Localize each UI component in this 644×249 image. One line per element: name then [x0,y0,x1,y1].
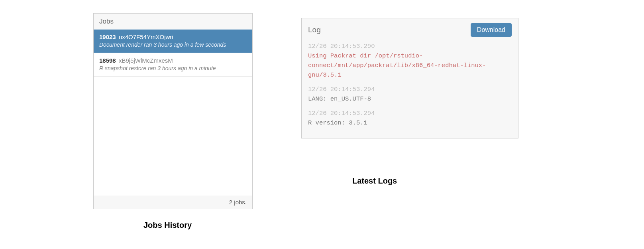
log-timestamp: 12/26 20:14:53.294 [308,109,512,118]
job-id: 19023 [99,34,116,40]
jobs-list: 19023 ux4O7F54YmXOjwri Document render r… [94,30,252,196]
jobs-caption: Jobs History [143,221,192,230]
job-hash: ux4O7F54YmXOjwri [119,34,173,40]
job-subtitle: Document render ran 3 hours ago in a few… [99,42,247,48]
log-header: Log Download [308,23,512,37]
log-body: 12/26 20:14:53.290 Using Packrat dir /op… [308,42,512,128]
job-subtitle: R snapshot restore ran 3 hours ago in a … [99,65,247,71]
log-panel: Log Download 12/26 20:14:53.290 Using Pa… [301,18,518,138]
log-timestamp: 12/26 20:14:53.290 [308,42,512,51]
jobs-panel: Jobs 19023 ux4O7F54YmXOjwri Document ren… [93,13,253,209]
job-id: 18598 [99,57,116,64]
log-entry: 12/26 20:14:53.294 R version: 3.5.1 [308,109,512,128]
download-button[interactable]: Download [471,23,512,37]
jobs-footer: 2 jobs. [94,196,252,209]
log-entry: 12/26 20:14:53.290 Using Packrat dir /op… [308,42,512,80]
job-hash: xB9j5jWlMcZmxesM [119,57,173,64]
log-message: R version: 3.5.1 [308,118,512,128]
job-title: 19023 ux4O7F54YmXOjwri [99,34,247,40]
log-message: LANG: en_US.UTF-8 [308,94,512,104]
log-entry: 12/26 20:14:53.294 LANG: en_US.UTF-8 [308,85,512,104]
logs-caption: Latest Logs [352,176,397,186]
log-panel-title: Log [308,26,321,34]
jobs-panel-title: Jobs [94,14,252,30]
job-item[interactable]: 18598 xB9j5jWlMcZmxesM R snapshot restor… [94,53,252,77]
log-timestamp: 12/26 20:14:53.294 [308,85,512,94]
log-message: Using Packrat dir /opt/rstudio-connect/m… [308,51,512,80]
job-item[interactable]: 19023 ux4O7F54YmXOjwri Document render r… [94,30,252,53]
job-title: 18598 xB9j5jWlMcZmxesM [99,57,247,64]
